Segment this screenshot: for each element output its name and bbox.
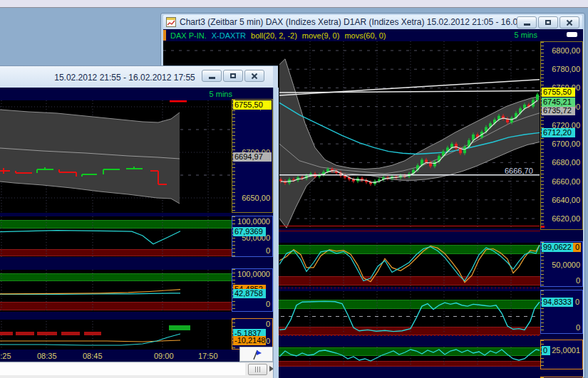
axis-tick-label: 6680,00 bbox=[552, 158, 580, 167]
time-axis-label: 09:00 bbox=[154, 352, 174, 360]
price-chip: 0 bbox=[542, 346, 550, 355]
price-chip: 42,8758 bbox=[233, 289, 266, 298]
symbol-label-2: X-DAXTR bbox=[212, 31, 246, 40]
indicator-bar: DAX P-IN. X-DAXTR boll(20, 2, -2) move(9… bbox=[163, 29, 583, 41]
axis-tick-label: 0 bbox=[266, 337, 270, 346]
price-chip: 6735,72 bbox=[542, 106, 575, 115]
indicator-boll: boll(20, 2, -2) bbox=[251, 31, 297, 40]
axis-tick-label: 100,0000 bbox=[237, 270, 270, 279]
chart3-titlebar[interactable]: Chart3 (Zeitbar 5 min) DAX (Indizes Xetr… bbox=[163, 15, 582, 29]
restore-button[interactable] bbox=[538, 16, 558, 28]
desktop-background: Chart3 (Zeitbar 5 min) DAX (Indizes Xetr… bbox=[0, 0, 588, 378]
minimize-button[interactable] bbox=[202, 70, 222, 82]
rsi-axis[interactable]: 0094,8333 bbox=[540, 290, 583, 334]
price-chip: 67,9369 bbox=[233, 227, 266, 236]
indicator-axis-1[interactable]: 100,000050,0000067,9369 bbox=[232, 216, 273, 257]
price-chip: -10,2148 bbox=[233, 336, 266, 345]
axis-tick-label: 0 bbox=[576, 276, 580, 285]
price-axis[interactable]: 6750,006700,006650,006755,506694,97 bbox=[232, 99, 273, 213]
axis-tick-label: 0 bbox=[576, 323, 580, 332]
axis-tick-label: 6700,00 bbox=[552, 140, 580, 149]
axis-tick-label: 50,0000 bbox=[552, 261, 580, 270]
scrollbar-grip[interactable] bbox=[248, 364, 267, 375]
axis-tick-label: 0 bbox=[575, 298, 579, 307]
price-chip: 6755,50 bbox=[542, 88, 575, 97]
restore-button[interactable] bbox=[223, 70, 243, 82]
annotation-toolbox[interactable] bbox=[239, 347, 273, 362]
flag-icon[interactable] bbox=[251, 349, 262, 360]
axis-tick-label: 0 bbox=[266, 320, 270, 329]
close-button[interactable] bbox=[244, 70, 264, 82]
indicator-movs: movs(60, 0) bbox=[344, 31, 386, 40]
axis-tick-label: 6640,00 bbox=[552, 196, 580, 205]
oscillator-axis[interactable]: 25,00010 bbox=[540, 340, 583, 369]
axis-tick-label: 0 bbox=[266, 246, 270, 256]
indicator-move: move(9, 0) bbox=[302, 31, 340, 40]
chart-window-2[interactable]: 15.02.2012 21:55 - 16.02.2012 17:55 5 mi… bbox=[0, 65, 278, 378]
indicator-axis-3[interactable]: 00-5,1837-10,2148 bbox=[232, 318, 273, 350]
window-right-border bbox=[273, 88, 279, 378]
axis-tick-label: 6650,00 bbox=[242, 194, 270, 203]
main-price-chart[interactable] bbox=[0, 100, 232, 213]
axis-tick-label: 6660,00 bbox=[552, 177, 580, 187]
axis-tick-label: 0 bbox=[266, 300, 270, 309]
indicator-panel-3[interactable] bbox=[0, 320, 232, 350]
timeframe-label: 5 mins bbox=[210, 90, 232, 98]
axis-tick-label: 25,0001 bbox=[552, 346, 580, 355]
time-axis-label: 17:50 bbox=[198, 352, 218, 360]
close-button[interactable] bbox=[559, 16, 579, 28]
price-chip: 99,0622 bbox=[542, 243, 573, 252]
minimized-window-pill[interactable] bbox=[567, 32, 577, 37]
price-chip: 6755,50 bbox=[233, 100, 272, 110]
minimize-button[interactable] bbox=[517, 16, 537, 28]
timeframe-label: 5 mins bbox=[515, 31, 537, 39]
axis-tick-label: 6780,00 bbox=[552, 65, 580, 74]
chart2-client-area: 5 mins 6750,006700,006650,006755,506694,… bbox=[0, 88, 273, 378]
indicator-axis-2[interactable]: 100,0000054,485242,8758 bbox=[232, 268, 273, 312]
top-strip bbox=[0, 0, 588, 8]
window-title: 15.02.2012 21:55 - 16.02.2012 17:55 bbox=[43, 73, 207, 83]
price-chip: 94,8333 bbox=[542, 298, 573, 307]
time-axis-label: 08:35 bbox=[37, 352, 57, 360]
orange-tab-icon bbox=[163, 30, 166, 41]
axis-tick-label: 6800,00 bbox=[552, 46, 580, 56]
price-chip: 6745,21 bbox=[542, 98, 575, 107]
chart2-titlebar[interactable]: 15.02.2012 21:55 - 16.02.2012 17:55 bbox=[0, 66, 273, 88]
indicator-panel-2[interactable] bbox=[0, 270, 232, 312]
red-level-tick bbox=[541, 226, 545, 228]
indicator-panel-1[interactable] bbox=[0, 216, 232, 257]
axis-tick-label: 6620,00 bbox=[552, 214, 580, 224]
horizontal-scrollbar[interactable] bbox=[0, 362, 273, 378]
price-chip: 6694,97 bbox=[233, 152, 272, 162]
time-axis-label: 08:25 bbox=[0, 352, 11, 360]
axis-tick-label: 100,0000 bbox=[237, 217, 270, 226]
stochastic-axis[interactable]: 50,00000099,0622 bbox=[540, 241, 583, 287]
time-axis-label: 08:45 bbox=[83, 352, 103, 360]
symbol-label: DAX P-IN. bbox=[170, 31, 207, 40]
price-axis[interactable]: 6800,006780,006760,006740,006720,006700,… bbox=[540, 41, 583, 230]
scrollbar-track[interactable] bbox=[0, 363, 245, 375]
time-axis[interactable]: 08:2508:3508:4509:0017:50 bbox=[0, 350, 273, 362]
price-chip: 6712,20 bbox=[542, 128, 575, 137]
window-icon bbox=[166, 17, 176, 27]
